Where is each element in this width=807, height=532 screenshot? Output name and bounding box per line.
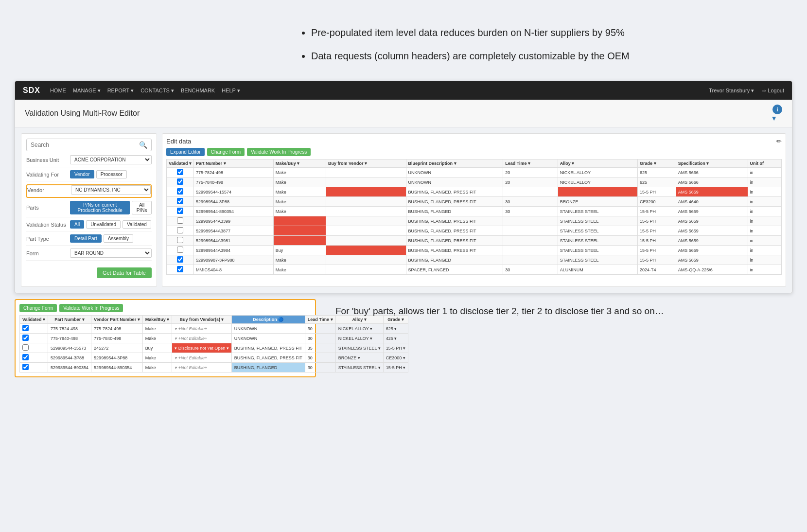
parts-all-btn[interactable]: All P/Ns <box>132 201 152 214</box>
logout-link[interactable]: ⇨ Logout <box>762 88 784 94</box>
row-checkbox[interactable] <box>177 256 183 263</box>
detail-part-btn[interactable]: Detail Part <box>70 234 102 243</box>
spec-cell: AMS 5666 <box>676 177 748 187</box>
e-description: BUSHING, FLANGED, PRESS FIT <box>231 353 305 363</box>
search-input[interactable] <box>31 142 139 148</box>
desc-cell: BUSHING, FLANGED <box>406 207 503 216</box>
grade-cell: 15-5 PH <box>638 255 676 265</box>
e-vendor-part: 775-7824-498 <box>91 324 143 334</box>
row-checkbox[interactable] <box>177 198 183 204</box>
col-make-buy: Make/Buy ▾ <box>273 160 326 168</box>
row-checkbox[interactable] <box>177 237 183 243</box>
assembly-btn[interactable]: Assembly <box>104 234 133 243</box>
buy-from-cell <box>326 216 406 226</box>
desc-cell: BUSHING, FLANGED, PRESS FIT <box>406 236 503 246</box>
status-validated-btn[interactable]: Validated <box>123 220 151 229</box>
business-unit-row: Business Unit ACME CORPORATION <box>26 155 152 167</box>
lead-time-cell <box>503 246 558 255</box>
enlarged-row-checkbox[interactable] <box>22 364 29 370</box>
e-part-number: 529989544-890354 <box>48 363 91 372</box>
nav-contacts[interactable]: CONTACTS ▾ <box>140 88 174 94</box>
page-title: Validation Using Multi-Row Editor <box>25 109 140 118</box>
unit-cell: in <box>748 187 781 197</box>
form-select[interactable]: BAR ROUND <box>70 248 152 258</box>
enlarged-table-row: 775-7824-498 775-7824-498 Make ▾ +Not Ed… <box>20 324 408 334</box>
enlarged-row-checkbox[interactable] <box>22 335 29 341</box>
lead-time-cell: 30 <box>503 207 558 216</box>
row-checkbox[interactable] <box>177 178 183 185</box>
enlarged-validate-btn[interactable]: Validate Work In Progress <box>59 304 123 312</box>
validation-status-label: Validation Status <box>26 222 70 228</box>
row-checkbox[interactable] <box>177 227 183 233</box>
desc-cell: BUSHING, FLANGED, PRESS FIT <box>406 187 503 197</box>
table-row: 529989544-15574 Make BUSHING, FLANGED, P… <box>167 187 782 197</box>
form-value: BAR ROUND <box>70 248 152 258</box>
nav-report[interactable]: REPORT ▾ <box>107 88 134 94</box>
info-icon[interactable]: i <box>772 105 782 114</box>
row-checkbox[interactable] <box>177 169 183 175</box>
col-part-number: Part Number ▾ <box>194 160 274 168</box>
part-number-cell: 529989544A3981 <box>194 236 274 246</box>
e-grade: 625 ▾ <box>383 324 408 334</box>
row-checkbox[interactable] <box>177 188 183 195</box>
make-buy-cell <box>273 236 326 246</box>
row-checkbox[interactable] <box>177 266 183 272</box>
e-description: BUSHING, FLANGED <box>231 363 305 372</box>
expand-editor-btn[interactable]: Expand Editor <box>166 148 205 156</box>
lead-time-cell <box>503 226 558 236</box>
search-icon[interactable]: 🔍 <box>139 141 147 149</box>
enlarged-row-checkbox[interactable] <box>22 344 29 351</box>
e-lead-time: 30 <box>305 353 335 363</box>
buy-from-cell <box>326 226 406 236</box>
col-unit: Unit of <box>748 160 781 168</box>
chevron-down-icon[interactable]: ▼ <box>771 114 777 122</box>
nav-manage[interactable]: MANAGE ▾ <box>73 88 101 94</box>
alloy-cell: STAINLESS STEEL <box>558 226 637 236</box>
parts-current-btn[interactable]: P/Ns on current Production Schedule <box>70 201 130 214</box>
edit-panel: Edit data ✏ Expand Editor Change Form Va… <box>162 133 786 287</box>
status-unvalidated-btn[interactable]: Unvalidated <box>86 220 121 229</box>
grade-cell: CE3200 <box>638 197 676 207</box>
grade-cell: 2024-T4 <box>638 265 676 275</box>
alloy-cell: STAINLESS STEEL <box>558 216 637 226</box>
row-checkbox[interactable] <box>177 217 183 224</box>
vendor-toggle-btn[interactable]: Vendor <box>70 170 94 178</box>
col-specification: Specification ▾ <box>676 160 748 168</box>
ecol-vendor-part: Vendor Part Number ▾ <box>91 316 143 324</box>
status-all-btn[interactable]: All <box>70 220 84 229</box>
validating-for-btns: Vendor Processor <box>70 170 152 178</box>
e-lead-time: 35 <box>305 343 335 353</box>
enlarged-change-form-btn[interactable]: Change Form <box>19 304 57 312</box>
enlarged-row-checkbox[interactable] <box>22 354 29 360</box>
row-checkbox[interactable] <box>177 208 183 214</box>
edit-toolbar: Expand Editor Change Form Validate Work … <box>166 148 782 156</box>
processor-toggle-btn[interactable]: Processor <box>96 170 127 178</box>
desc-cell: BUSHING, FLANGED, PRESS FIT <box>406 216 503 226</box>
edit-icon[interactable]: ✏ <box>776 138 782 145</box>
validate-wip-btn[interactable]: Validate Work In Progress <box>247 148 311 156</box>
spec-cell: AMS 5659 <box>676 246 748 255</box>
lead-time-cell <box>503 216 558 226</box>
col-blueprint-desc: Blueprint Description ▾ <box>406 160 503 168</box>
validating-for-label: Validating For <box>26 172 70 177</box>
vendor-select[interactable]: NC DYNAMICS, INC <box>71 185 151 195</box>
enlarged-row-checkbox[interactable] <box>22 325 29 331</box>
ecol-part-number: Part Number ▾ <box>48 316 91 324</box>
enlarged-table-row: 529989544-3P88 529989544-3P88 Make ▾ +No… <box>20 353 408 363</box>
nav-home[interactable]: HOME <box>50 88 66 94</box>
table-row: 529989987-3FP988 Make BUSHING, FLANGED S… <box>167 255 782 265</box>
make-buy-cell: Make <box>273 207 326 216</box>
form-label: Form <box>26 250 70 256</box>
alloy-cell: STAINLESS STEEL <box>558 236 637 246</box>
get-data-btn[interactable]: Get Data for Table <box>97 267 152 278</box>
parts-label: Parts <box>26 205 70 211</box>
navbar-right: Trevor Stansbury ▾ ⇨ Logout <box>709 88 784 94</box>
change-form-btn[interactable]: Change Form <box>207 148 245 156</box>
nav-help[interactable]: HELP ▾ <box>222 88 240 94</box>
business-unit-select[interactable]: ACME CORPORATION <box>70 155 152 164</box>
row-checkbox[interactable] <box>177 247 183 253</box>
user-profile[interactable]: Trevor Stansbury ▾ <box>709 88 754 94</box>
nav-benchmark[interactable]: BENCHMARK <box>181 88 215 94</box>
e-description: UNKNOWN <box>231 334 305 343</box>
buy-from-cell <box>326 236 406 246</box>
